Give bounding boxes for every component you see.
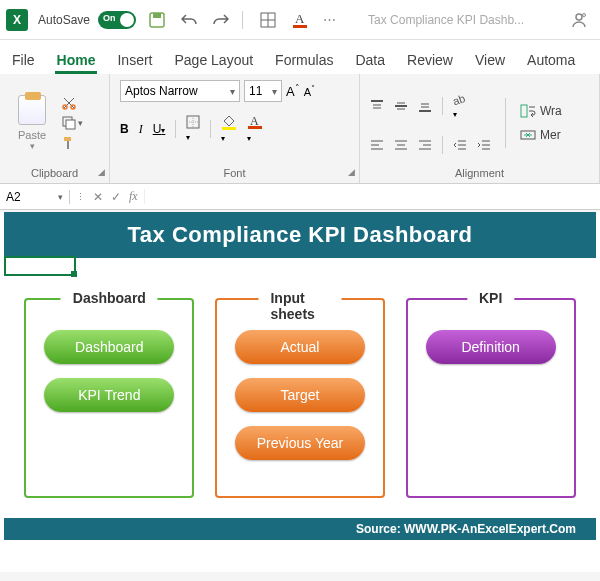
share-icon[interactable] <box>570 11 588 29</box>
font-color-icon[interactable]: A <box>289 9 311 31</box>
document-title: Tax Compliance KPI Dashb... <box>368 13 564 27</box>
btn-definition[interactable]: Definition <box>426 330 556 364</box>
svg-rect-13 <box>64 137 71 141</box>
scissors-icon <box>62 96 76 110</box>
tab-formulas[interactable]: Formulas <box>273 46 335 74</box>
svg-point-7 <box>576 14 582 20</box>
autosave-label: AutoSave <box>38 13 90 27</box>
card-kpi: KPI Definition <box>406 298 576 498</box>
source-attribution: Source: WWW.PK-AnExcelExpert.Com <box>4 518 596 540</box>
brush-icon <box>62 136 76 150</box>
chevron-down-icon: ▾ <box>230 86 235 97</box>
svg-rect-1 <box>153 13 161 18</box>
btn-target[interactable]: Target <box>235 378 365 412</box>
card-dashboard: Dashboard Dashboard KPI Trend <box>24 298 194 498</box>
svg-rect-40 <box>521 105 527 117</box>
italic-button[interactable]: I <box>139 122 143 137</box>
increase-font-button[interactable]: A˄ <box>286 83 300 99</box>
wrap-text-button[interactable]: Wra <box>520 104 562 118</box>
chevron-down-icon: ▾ <box>78 118 83 128</box>
btn-previous-year[interactable]: Previous Year <box>235 426 365 460</box>
tab-view[interactable]: View <box>473 46 507 74</box>
dialog-launcher-icon[interactable]: ◢ <box>348 167 355 177</box>
svg-rect-14 <box>67 141 69 149</box>
tab-file[interactable]: File <box>10 46 37 74</box>
group-clipboard: Paste ▾ ▾ Clipboard ◢ <box>0 74 110 183</box>
font-color-icon: A <box>247 114 263 130</box>
align-right-button[interactable] <box>418 138 432 152</box>
btn-actual[interactable]: Actual <box>235 330 365 364</box>
dashboard-banner: Tax Compliance KPI Dashboard <box>4 212 596 258</box>
chevron-down-icon: ▾ <box>30 141 35 151</box>
align-top-button[interactable] <box>370 99 384 113</box>
titlebar: X AutoSave On A ⋯ Tax Compliance KPI Das… <box>0 0 600 40</box>
tab-review[interactable]: Review <box>405 46 455 74</box>
name-box[interactable]: A2▾ <box>0 190 70 204</box>
group-alignment: ab▾ Wra Mer Alignment <box>360 74 600 183</box>
save-icon[interactable] <box>146 9 168 31</box>
align-bottom-button[interactable] <box>418 99 432 113</box>
paste-button[interactable]: Paste ▾ <box>10 95 54 151</box>
tab-data[interactable]: Data <box>353 46 387 74</box>
svg-text:A: A <box>295 11 305 26</box>
excel-icon: X <box>6 9 28 31</box>
chevron-down-icon: ▾ <box>272 86 277 97</box>
qat-separator <box>242 11 243 29</box>
tab-insert[interactable]: Insert <box>115 46 154 74</box>
merge-button[interactable]: Mer <box>520 128 562 142</box>
enter-icon[interactable]: ✓ <box>111 190 121 204</box>
border-icon <box>186 115 200 129</box>
cancel-icon[interactable]: ✕ <box>93 190 103 204</box>
btn-kpi-trend[interactable]: KPI Trend <box>44 378 174 412</box>
svg-point-8 <box>583 13 586 16</box>
increase-indent-button[interactable] <box>477 138 491 152</box>
svg-rect-20 <box>248 126 262 129</box>
tab-home[interactable]: Home <box>55 46 98 74</box>
font-name-combo[interactable]: Aptos Narrow▾ <box>120 80 240 102</box>
card-title: Dashboard <box>61 290 158 306</box>
undo-icon[interactable] <box>178 9 200 31</box>
card-title: Input sheets <box>258 290 341 322</box>
ribbon-tabs: File Home Insert Page Layout Formulas Da… <box>0 40 600 74</box>
svg-text:ab: ab <box>453 92 467 106</box>
svg-rect-18 <box>222 127 236 130</box>
tab-automate[interactable]: Automa <box>525 46 577 74</box>
btn-dashboard[interactable]: Dashboard <box>44 330 174 364</box>
group-font: Aptos Narrow▾ 11▾ A˄ A˅ B I U▾ ▾ ▾ A▾ Fo… <box>110 74 360 183</box>
bold-button[interactable]: B <box>120 122 129 136</box>
fill-color-button[interactable]: ▾ <box>221 114 237 144</box>
borders-icon[interactable] <box>257 9 279 31</box>
card-input-sheets: Input sheets Actual Target Previous Year <box>215 298 385 498</box>
cut-button[interactable] <box>62 96 83 110</box>
font-size-combo[interactable]: 11▾ <box>244 80 282 102</box>
copy-button[interactable]: ▾ <box>62 116 83 130</box>
decrease-font-button[interactable]: A˅ <box>304 84 315 98</box>
worksheet[interactable]: Tax Compliance KPI Dashboard Dashboard D… <box>0 212 600 572</box>
autosave-toggle[interactable]: On <box>98 11 136 29</box>
borders-button[interactable]: ▾ <box>186 115 200 143</box>
align-left-button[interactable] <box>370 138 384 152</box>
dialog-launcher-icon[interactable]: ◢ <box>98 167 105 177</box>
svg-rect-6 <box>293 25 307 28</box>
align-center-button[interactable] <box>394 138 408 152</box>
wrap-icon <box>520 104 536 118</box>
ribbon: Paste ▾ ▾ Clipboard ◢ Aptos Nar <box>0 74 600 184</box>
qat-overflow-icon[interactable]: ⋯ <box>323 12 336 27</box>
align-middle-button[interactable] <box>394 99 408 113</box>
fx-icon[interactable]: fx <box>129 189 138 204</box>
copy-icon <box>62 116 76 130</box>
decrease-indent-button[interactable] <box>453 138 467 152</box>
tab-page-layout[interactable]: Page Layout <box>172 46 255 74</box>
formula-bar: A2▾ ⋮ ✕ ✓ fx <box>0 184 600 210</box>
chevron-down-icon: ▾ <box>58 192 63 202</box>
merge-icon <box>520 128 536 142</box>
underline-button[interactable]: U▾ <box>153 122 166 136</box>
orientation-button[interactable]: ab▾ <box>453 92 469 120</box>
selected-cell[interactable] <box>4 256 76 276</box>
redo-icon[interactable] <box>210 9 232 31</box>
svg-rect-12 <box>66 120 75 129</box>
card-title: KPI <box>467 290 514 306</box>
clipboard-icon <box>18 95 46 125</box>
format-painter-button[interactable] <box>62 136 83 150</box>
font-color-button[interactable]: A▾ <box>247 114 263 144</box>
